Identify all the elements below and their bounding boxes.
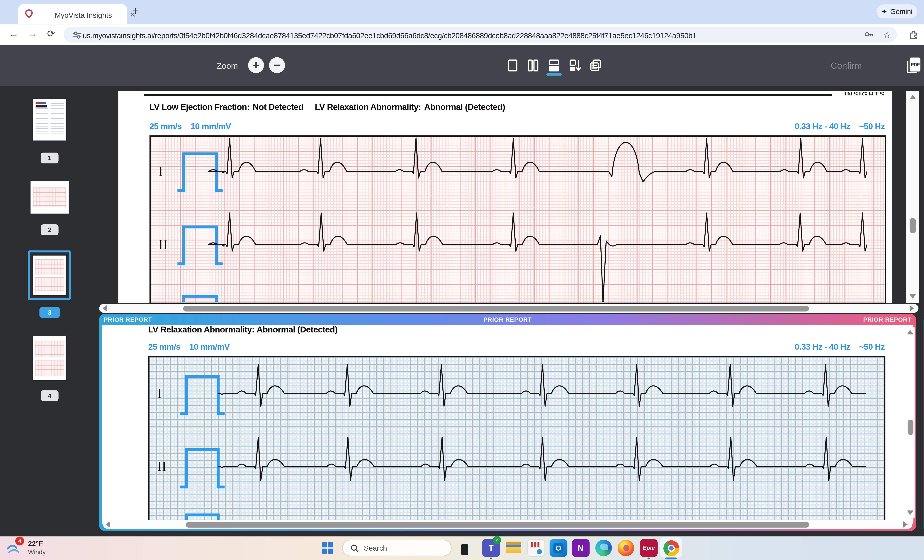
layout-two-column-icon[interactable] (526, 58, 540, 73)
forward-icon[interactable]: → (28, 28, 38, 39)
tab-title: MyoVista Insights (55, 12, 112, 19)
taskbar-epic-icon[interactable]: Epic (640, 539, 658, 557)
page-number-2[interactable]: 2 (40, 225, 58, 235)
browser-tab[interactable]: MyoVista Insights ✕ (18, 4, 127, 24)
taskbar-outlook-icon[interactable]: O (550, 539, 567, 557)
search-icon (350, 544, 359, 552)
scroll-left-arrow[interactable] (102, 305, 107, 311)
finding-lvra-label: LV Relaxation Abnormality: (315, 102, 421, 112)
paper-speed: 25 mm/s (150, 121, 182, 131)
zoom-out-button[interactable]: − (269, 57, 285, 73)
epic-label: Epic (643, 545, 655, 551)
current-vertical-scrollbar[interactable] (906, 91, 919, 303)
taskbar-snipping-tool-icon[interactable] (527, 539, 545, 557)
notch-filter: ~50 Hz (859, 121, 885, 131)
svg-text:I: I (157, 386, 162, 401)
site-settings-icon[interactable] (72, 30, 81, 39)
notification-badge: 4 (15, 536, 24, 545)
prior-finding-line: LV Relaxation Abnormality: Abnormal (Det… (148, 325, 338, 334)
blue-dot (537, 549, 542, 554)
ecg-prior-traces: III (150, 357, 884, 521)
taskbar-file-explorer-icon[interactable] (504, 539, 522, 557)
zoom-label: Zoom (210, 61, 238, 70)
ecg-filter-settings: 0.33 Hz - 40 Hz ~50 Hz (694, 121, 885, 131)
ecg-strip-prior: III (148, 356, 885, 523)
taskbar-app-contrast-icon[interactable] (459, 539, 477, 557)
layout-multi-page-icon[interactable] (589, 58, 603, 73)
url-text[interactable]: us.myovistainsights.ai/reports/0f54e2b0f… (82, 31, 696, 40)
scroll-down-arrow[interactable] (907, 511, 913, 515)
taskbar-chrome-icon-active[interactable] (662, 539, 680, 557)
page-thumbnail-4[interactable] (33, 336, 66, 380)
page-number-3-selected[interactable]: 3 (39, 307, 60, 318)
thumb-dark-bar (36, 105, 47, 107)
scroll-left-arrow[interactable] (105, 521, 110, 527)
scroll-thumb[interactable] (908, 420, 913, 435)
page-thumbnail-3[interactable] (33, 256, 66, 295)
page-thumbnail-1[interactable] (33, 99, 66, 141)
confirm-button[interactable]: Confirm (831, 60, 862, 70)
start-button[interactable] (322, 542, 333, 554)
taskbar-teams-icon[interactable]: T ✓ (482, 539, 500, 557)
taskbar-firefox-icon[interactable] (617, 539, 635, 557)
scroll-right-arrow[interactable] (903, 521, 908, 527)
scroll-up-arrow[interactable] (907, 330, 913, 334)
bookmark-star-icon[interactable]: ☆ (883, 29, 891, 40)
scroll-up-arrow[interactable] (910, 95, 916, 99)
prior-banner-label-left: PRIOR REPORT (104, 316, 152, 323)
finding-lvef-value: Not Detected (253, 102, 303, 112)
svg-text:I: I (158, 164, 163, 179)
export-pdf-button[interactable]: PDF (906, 57, 922, 74)
svg-text:II: II (157, 458, 166, 474)
extensions-icon[interactable] (908, 28, 919, 39)
scroll-thumb[interactable] (186, 522, 809, 527)
zoom-in-button[interactable]: + (248, 57, 264, 73)
thumb-text-lines (51, 103, 64, 136)
active-app-underline (665, 558, 677, 560)
taskbar-onenote-icon[interactable]: N (572, 539, 590, 557)
prior-gain: 10 mm/mV (189, 342, 230, 352)
myovista-favicon (24, 9, 34, 18)
svg-text:II: II (158, 237, 168, 252)
prior-filter-settings: 0.33 Hz - 40 Hz ~50 Hz (694, 342, 885, 352)
ecg-current-traces: III (151, 137, 884, 302)
scroll-thumb[interactable] (183, 305, 809, 311)
prior-vertical-scrollbar[interactable] (906, 328, 915, 518)
prior-notch-filter: ~50 Hz (859, 342, 885, 352)
gemini-button[interactable]: ✦ Gemini (876, 4, 917, 18)
prior-scale-settings: 25 mm/s 10 mm/mV (148, 342, 230, 352)
taskbar-search-box[interactable]: Search (342, 540, 452, 556)
outlook-o: O (553, 543, 564, 553)
selected-layout-underline (546, 73, 562, 76)
gemini-icon: ✦ (881, 7, 887, 16)
layout-single-page-icon[interactable] (506, 58, 520, 73)
scroll-thumb[interactable] (910, 218, 916, 234)
page-number-1[interactable]: 1 (40, 153, 58, 163)
thumb-ecg-strip (35, 341, 64, 357)
weather-temp: 22°F (28, 540, 43, 547)
prior-bandpass-filter: 0.33 Hz - 40 Hz (795, 342, 850, 352)
gain: 10 mm/mV (190, 121, 231, 131)
reload-icon[interactable]: ⟳ (47, 28, 55, 39)
page-thumbnail-2[interactable] (30, 181, 69, 214)
prior-banner-label-right: PRIOR REPORT (863, 316, 911, 323)
red-mark (534, 542, 536, 547)
password-key-icon[interactable] (864, 29, 874, 39)
taskbar-edge-icon[interactable] (595, 539, 612, 557)
prior-horizontal-scrollbar[interactable] (103, 520, 912, 529)
back-icon[interactable]: ← (9, 28, 18, 39)
thumb-ecg-strip (35, 361, 64, 376)
edge-highlight (600, 544, 608, 550)
weather-widget[interactable]: 4 22°F Windy (5, 538, 75, 560)
prior-finding-value: Abnormal (Detected) (256, 325, 338, 334)
layout-continuous-scroll-icon[interactable] (568, 58, 582, 73)
layout-stacked-rows-icon-selected[interactable] (547, 58, 561, 73)
finding-lvef: LV Low Ejection Fraction:Not Detected (150, 102, 303, 112)
scroll-right-arrow[interactable] (910, 305, 914, 311)
search-label: Search (364, 544, 387, 552)
scroll-down-arrow[interactable] (910, 294, 916, 299)
page-number-4[interactable]: 4 (40, 390, 58, 401)
current-horizontal-scrollbar[interactable] (99, 304, 918, 313)
new-tab-button[interactable]: + (132, 5, 139, 18)
thumb-logo-bar (36, 102, 46, 103)
